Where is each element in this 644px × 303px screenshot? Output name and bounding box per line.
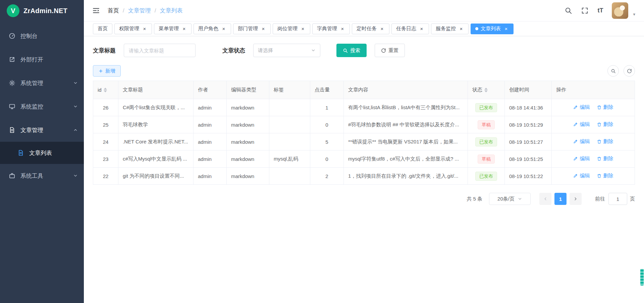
delete-button[interactable]: 删除 (597, 156, 613, 162)
tabs-bar: 首页 权限管理 × 菜单管理 × 用户角色 × 部门管理 × 岗位管理 × (84, 21, 644, 36)
tab-home[interactable]: 首页 (93, 24, 112, 34)
sidebar-item-label: 系统监控 (20, 103, 68, 111)
tab-post[interactable]: 岗位管理 × (273, 24, 310, 34)
edit-button[interactable]: 编辑 (573, 173, 590, 179)
edit-button[interactable]: 编辑 (573, 156, 590, 162)
article-title-input[interactable] (124, 44, 196, 57)
sidebar-item-article-management[interactable]: 文章管理 (0, 118, 84, 142)
tab-scheduled-task[interactable]: 定时任务 × (352, 24, 389, 34)
tab-department[interactable]: 部门管理 × (233, 24, 271, 34)
next-page-button[interactable] (570, 193, 582, 205)
pencil-icon (573, 156, 578, 161)
sidebar-item-system-management[interactable]: 系统管理 (0, 71, 84, 95)
close-icon[interactable]: × (181, 26, 187, 32)
column-header-id[interactable]: id (93, 81, 118, 99)
delete-button[interactable]: 删除 (597, 104, 613, 111)
plus-icon (98, 69, 103, 74)
cell-created: 08-19 10:51:22 (505, 168, 552, 185)
hamburger-icon[interactable] (92, 6, 100, 15)
sidebar-item-system-tools[interactable]: 系统工具 (0, 164, 84, 187)
table-row: 22 git 为不同的项目设置不同... admin markdown 2 1，… (93, 168, 635, 185)
cell-tags (269, 99, 310, 116)
sidebar-menu: 控制台 外部打开 系统管理 系 (0, 24, 84, 187)
tab-article-list[interactable]: 文章列表 × (471, 24, 514, 34)
table-row: 25 羽毛球教学 admin markdown 0 #羽毛球拍参数说明 ## 中… (93, 116, 635, 133)
pencil-icon (573, 122, 578, 127)
chevron-down-icon (73, 81, 78, 85)
cell-editor: markdown (227, 133, 269, 150)
tab-label: 定时任务 (357, 26, 377, 32)
tab-server-monitor[interactable]: 服务监控 × (431, 24, 469, 34)
fullscreen-icon[interactable] (581, 7, 589, 14)
edit-button[interactable]: 编辑 (573, 138, 590, 145)
scrollbar-thumb[interactable] (640, 269, 644, 286)
tab-user-role[interactable]: 用户角色 × (194, 24, 231, 34)
article-title-label: 文章标题 (93, 47, 116, 54)
close-icon[interactable]: × (379, 26, 385, 32)
toggle-search-button[interactable] (607, 65, 619, 77)
search-icon[interactable] (565, 7, 572, 14)
sidebar: V ZrAdmin.NET 控制台 外部打开 系统管理 (0, 0, 84, 303)
sidebar-item-article-list[interactable]: 文章列表 (0, 142, 84, 164)
tab-task-log[interactable]: 任务日志 × (391, 24, 429, 34)
cell-editor: markdown (227, 168, 269, 185)
main-area: 首页 / 文章管理 / 文章列表 tT ▾ 首页 (84, 0, 644, 303)
cell-created: 08-19 10:51:25 (505, 150, 552, 168)
trash-icon (597, 156, 602, 161)
cell-status: 草稿 (468, 150, 505, 168)
sidebar-item-system-monitor[interactable]: 系统监控 (0, 95, 84, 118)
column-header-tags: 标签 (269, 81, 310, 99)
close-icon[interactable]: × (142, 26, 147, 32)
column-header-status[interactable]: 状态 (468, 81, 505, 99)
close-icon[interactable]: × (459, 26, 464, 32)
page-size-select[interactable]: 20条/页 (489, 193, 531, 205)
caret-down-icon[interactable]: ▾ (633, 12, 635, 19)
close-icon[interactable]: × (503, 26, 509, 32)
add-button[interactable]: 新增 (93, 65, 121, 77)
sidebar-item-dashboard[interactable]: 控制台 (0, 24, 84, 48)
select-placeholder: 请选择 (258, 47, 273, 54)
cell-tags (269, 116, 310, 133)
sidebar-item-external-open[interactable]: 外部打开 (0, 48, 84, 71)
close-icon[interactable]: × (261, 26, 266, 32)
tab-dictionary[interactable]: 字典管理 × (312, 24, 350, 34)
reset-button[interactable]: 重置 (375, 44, 405, 57)
tab-permission[interactable]: 权限管理 × (114, 24, 152, 34)
reset-button-label: 重置 (388, 47, 398, 54)
delete-button[interactable]: 删除 (597, 173, 613, 179)
cell-status: 已发布 (468, 133, 505, 150)
trash-icon (597, 122, 602, 127)
close-icon[interactable]: × (300, 26, 306, 32)
status-badge: 草稿 (478, 155, 495, 164)
tab-menu-management[interactable]: 菜单管理 × (154, 24, 192, 34)
breadcrumb-article-list[interactable]: 文章列表 (160, 7, 182, 14)
delete-button[interactable]: 删除 (597, 121, 613, 128)
close-icon[interactable]: × (419, 26, 424, 32)
close-icon[interactable]: × (340, 26, 345, 32)
table-row: 23 c#写入Mysql中文显示乱码 ... admin markdown my… (93, 150, 635, 168)
article-table: id 文章标题 作者 编辑器类型 标签 点击量 文章内容 状态 创 (93, 81, 635, 185)
app-logo: V ZrAdmin.NET (0, 0, 84, 21)
article-status-select[interactable]: 请选择 (253, 44, 320, 57)
edit-button[interactable]: 编辑 (573, 121, 590, 128)
goto-page-input[interactable] (608, 193, 627, 205)
total-count: 共 5 条 (467, 196, 482, 202)
refresh-table-button[interactable] (624, 65, 635, 77)
edit-button[interactable]: 编辑 (573, 104, 590, 111)
monitor-icon (9, 103, 15, 110)
search-button[interactable]: 搜索 (336, 44, 367, 57)
close-icon[interactable]: × (221, 26, 226, 32)
active-tab-dot (475, 27, 478, 30)
page-number-button[interactable]: 1 (554, 193, 567, 205)
avatar[interactable] (612, 2, 628, 19)
breadcrumb-home[interactable]: 首页 (108, 7, 119, 14)
cell-created: 08-18 14:41:36 (505, 99, 552, 116)
goto-label: 前往 (595, 196, 605, 202)
table-header-row: id 文章标题 作者 编辑器类型 标签 点击量 文章内容 状态 创 (93, 81, 635, 99)
delete-button[interactable]: 删除 (597, 138, 613, 145)
font-size-icon[interactable]: tT (597, 7, 603, 14)
breadcrumb-article-management[interactable]: 文章管理 (128, 7, 151, 14)
prev-page-button[interactable] (539, 193, 551, 205)
external-link-icon (9, 56, 15, 63)
cell-author: admin (194, 99, 227, 116)
